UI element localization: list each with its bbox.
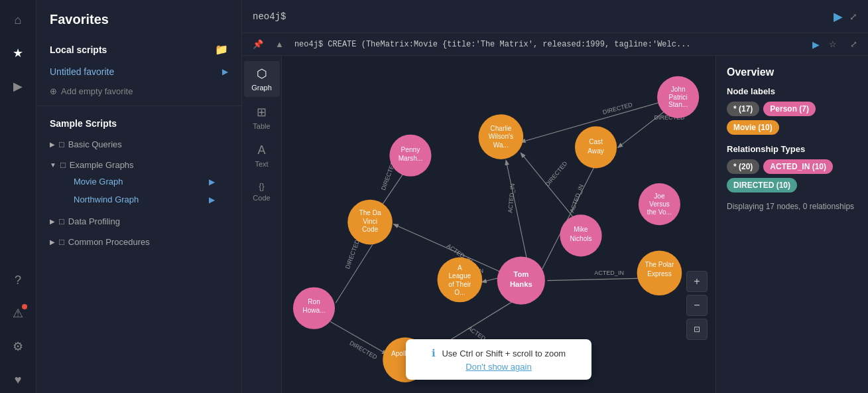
graph-tab-icon: ⬡ xyxy=(257,66,267,81)
untitled-favorite-play-icon[interactable]: ▶ xyxy=(222,67,228,76)
northwind-graph-item[interactable]: Northwind Graph ▶ xyxy=(50,191,228,208)
icon-bar: ⌂ ★ ▶ ? ⚠ ⚙ ♥ xyxy=(0,0,36,393)
edge-label-actedin2: ACTED_IN xyxy=(507,183,516,213)
node-polar[interactable] xyxy=(637,250,682,295)
dont-show-again-link[interactable]: Don't show again xyxy=(416,362,581,372)
overview-title: Overview xyxy=(727,66,857,78)
common-procedures-arrow: ▶ xyxy=(50,238,55,246)
common-procedures-group: ▶ □ Common Procedures xyxy=(36,232,241,252)
northwind-graph-label: Northwind Graph xyxy=(74,195,139,204)
common-procedures-header[interactable]: ▶ □ Common Procedures xyxy=(50,234,228,250)
example-graphs-group: ▼ □ Example Graphs Movie Graph ▶ Northwi… xyxy=(36,155,241,211)
add-favorite-button[interactable]: ⊕ Add empty favorite xyxy=(36,82,241,100)
basic-queries-header[interactable]: ▶ □ Basic Queries xyxy=(50,137,228,152)
edge-label-actedin: ACTED_IN xyxy=(568,183,585,213)
settings-icon[interactable]: ⚙ xyxy=(5,333,31,360)
example-graphs-header[interactable]: ▼ □ Example Graphs xyxy=(50,157,228,173)
example-graphs-arrow: ▼ xyxy=(50,161,56,169)
result-star-button[interactable]: ☆ xyxy=(825,37,841,51)
local-scripts-icon[interactable]: 📁 xyxy=(215,43,228,56)
code-tab-icon: {} xyxy=(259,181,265,191)
node-labels-title: Node labels xyxy=(727,86,857,96)
question-icon[interactable]: ? xyxy=(5,267,31,293)
folder-icon-2: □ xyxy=(60,160,66,170)
data-profiling-header[interactable]: ▶ □ Data Profiling xyxy=(50,214,228,229)
result-toolbar-left: 📌 ▲ xyxy=(249,37,288,51)
graph-nodes[interactable]: John Patrici Stan... Penny Marsh... Char… xyxy=(293,76,699,382)
node-castaway[interactable] xyxy=(575,126,617,168)
text-tab-label: Text xyxy=(255,160,268,168)
folder-icon-3: □ xyxy=(59,216,64,226)
movie-graph-label: Movie Graph xyxy=(74,177,123,187)
edge-label-directed: DIRECTED xyxy=(602,101,634,116)
view-tabs: ⬡ Graph ⊞ Table A Text {} Code xyxy=(242,56,282,393)
badge-actedin-rels[interactable]: ACTED_IN (10) xyxy=(763,159,833,174)
badge-person-nodes[interactable]: Person (7) xyxy=(763,102,816,116)
common-procedures-label: Common Procedures xyxy=(68,237,150,247)
zoom-tooltip: ℹ Use Ctrl or Shift + scroll to zoom Don… xyxy=(406,339,591,380)
data-profiling-group: ▶ □ Data Profiling xyxy=(36,211,241,232)
badge-directed-rels[interactable]: DIRECTED (10) xyxy=(727,178,797,193)
zoom-controls: + − ⊡ xyxy=(686,271,708,340)
table-tab-icon: ⊞ xyxy=(257,105,267,119)
node-john[interactable] xyxy=(657,76,699,118)
node-davinci[interactable] xyxy=(347,200,393,245)
graph-tab[interactable]: ⬡ Graph xyxy=(244,61,280,97)
basic-queries-label: Basic Queries xyxy=(68,139,122,149)
movie-graph-play-icon[interactable]: ▶ xyxy=(209,177,215,187)
badge-all-nodes[interactable]: * (17) xyxy=(727,102,759,116)
example-graphs-label: Example Graphs xyxy=(70,160,134,170)
node-charlie[interactable] xyxy=(479,114,524,159)
play-circle-icon[interactable]: ▶ xyxy=(5,73,31,100)
run-query-button[interactable]: ▶ xyxy=(834,9,843,24)
edge-mike-charlie xyxy=(521,153,581,227)
node-joe[interactable] xyxy=(639,183,680,225)
basic-queries-group: ▶ □ Basic Queries xyxy=(36,134,241,155)
northwind-graph-play-icon[interactable]: ▶ xyxy=(209,195,215,204)
result-expand-button[interactable]: ⤢ xyxy=(846,37,861,51)
zoom-out-button[interactable]: − xyxy=(686,295,708,316)
table-tab-label: Table xyxy=(253,122,270,130)
local-scripts-section: Local scripts 📁 xyxy=(36,37,241,61)
star-icon[interactable]: ★ xyxy=(5,40,31,66)
divider-1 xyxy=(36,106,241,106)
local-scripts-label: Local scripts xyxy=(50,44,107,55)
home-icon[interactable]: ⌂ xyxy=(5,7,31,33)
folder-icon: □ xyxy=(59,139,64,149)
node-ronhow[interactable] xyxy=(293,287,335,329)
pin-button[interactable]: 📌 xyxy=(249,37,267,51)
text-tab[interactable]: A Text xyxy=(244,138,280,173)
untitled-favorite-item[interactable]: Untitled favorite ▶ xyxy=(36,61,241,82)
code-tab[interactable]: {} Code xyxy=(244,176,280,207)
fit-graph-button[interactable]: ⊡ xyxy=(686,319,708,340)
badge-all-rels[interactable]: * (20) xyxy=(727,159,759,174)
node-penny[interactable] xyxy=(389,135,431,177)
data-profiling-arrow: ▶ xyxy=(50,218,55,225)
add-favorite-label: Add empty favorite xyxy=(61,86,133,96)
node-mike[interactable] xyxy=(560,214,601,256)
sidebar: Favorites Local scripts 📁 Untitled favor… xyxy=(36,0,242,393)
overview-panel: Overview Node labels * (17) Person (7) M… xyxy=(715,56,868,393)
movie-graph-item[interactable]: Movie Graph ▶ xyxy=(50,173,228,191)
feedback-icon[interactable]: ♥ xyxy=(5,366,31,393)
node-aleague[interactable] xyxy=(438,258,483,303)
relationship-badges: * (20) ACTED_IN (10) DIRECTED (10) xyxy=(727,159,857,193)
zoom-in-button[interactable]: + xyxy=(686,271,708,292)
alert-icon[interactable]: ⚠ xyxy=(5,300,31,327)
edge-tom-polar xyxy=(547,278,645,280)
chevron-up-button[interactable]: ▲ xyxy=(271,37,288,51)
expand-query-button[interactable]: ⤢ xyxy=(849,11,857,22)
result-run-button[interactable]: ▶ xyxy=(812,39,820,50)
graph-tab-label: Graph xyxy=(251,84,272,92)
table-tab[interactable]: ⊞ Table xyxy=(244,100,280,135)
edge-label-actedin3: ACTED_IN xyxy=(594,270,624,276)
badge-movie-nodes[interactable]: Movie (10) xyxy=(727,120,779,135)
graph-area[interactable]: DIRECTED DIRECTED ACTED_IN ACTED_IN ACTE… xyxy=(282,56,715,393)
data-profiling-label: Data Profiling xyxy=(68,216,120,226)
main-area: neo4j$ ▶ ⤢ 📌 ▲ neo4j$ CREATE (TheMatrix:… xyxy=(242,0,868,393)
result-query-text: neo4j$ CREATE (TheMatrix:Movie {title:'T… xyxy=(288,40,812,49)
node-tomhanks[interactable] xyxy=(497,256,545,304)
untitled-favorite-label: Untitled favorite xyxy=(50,66,114,77)
relationship-types-title: Relationship Types xyxy=(727,144,857,154)
tooltip-info-icon: ℹ xyxy=(432,347,436,358)
